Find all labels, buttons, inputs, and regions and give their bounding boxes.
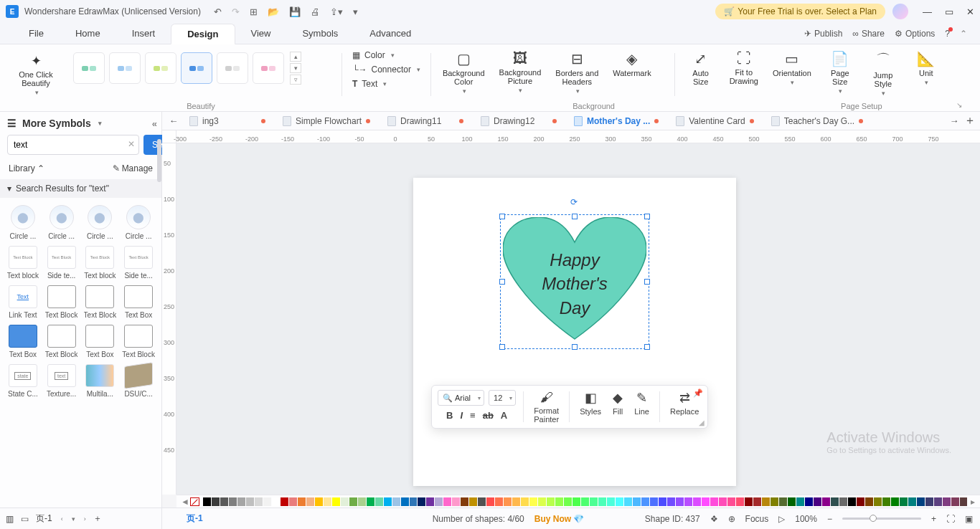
options-button[interactable]: ⚙Options bbox=[895, 29, 935, 39]
resize-handle-b[interactable] bbox=[572, 344, 578, 350]
fullscreen-icon[interactable]: ▣ bbox=[965, 514, 973, 524]
color-swatch[interactable] bbox=[900, 497, 908, 506]
save-icon[interactable]: 💾 bbox=[289, 6, 301, 17]
fit-drawing-button[interactable]: ⛶Fit to Drawing bbox=[722, 49, 765, 87]
font-select[interactable]: 🔍Arial▾ bbox=[438, 390, 484, 406]
color-swatch[interactable] bbox=[857, 497, 864, 506]
symbol-item[interactable]: Text BlockText block bbox=[82, 244, 119, 281]
add-tab-icon[interactable]: ＋ bbox=[964, 113, 976, 128]
symbol-item[interactable]: Text BlockText block bbox=[4, 244, 42, 281]
resize-handle-br[interactable] bbox=[644, 344, 650, 350]
color-swatch[interactable] bbox=[874, 497, 882, 506]
color-swatch[interactable] bbox=[848, 497, 856, 506]
library-toggle[interactable]: Library ⌃ bbox=[9, 163, 44, 173]
color-swatch[interactable] bbox=[426, 497, 434, 506]
color-swatch[interactable] bbox=[796, 497, 804, 506]
color-swatch[interactable] bbox=[908, 497, 916, 506]
symbol-item[interactable]: Text Box bbox=[120, 284, 157, 320]
color-swatch[interactable] bbox=[220, 497, 228, 506]
focus-label[interactable]: Focus bbox=[745, 514, 769, 524]
tabs-next-icon[interactable]: → bbox=[947, 115, 961, 126]
color-swatch[interactable] bbox=[616, 497, 623, 506]
background-picture-button[interactable]: 🖼Background Picture▾ bbox=[492, 49, 549, 95]
document-tab[interactable]: Drawing12 bbox=[472, 112, 565, 130]
symbol-item[interactable]: Text Block bbox=[82, 284, 119, 320]
notifications-button[interactable]: ? bbox=[945, 29, 950, 39]
orientation-button[interactable]: ▭Orientation▾ bbox=[765, 49, 819, 87]
color-swatch[interactable] bbox=[702, 497, 710, 506]
color-swatch[interactable] bbox=[573, 497, 580, 506]
pin-toolbar-icon[interactable]: 📌 bbox=[693, 389, 703, 398]
theme-preset-1[interactable] bbox=[73, 52, 105, 84]
buy-now-link[interactable]: Buy Now 💎 bbox=[534, 514, 585, 524]
clear-search-icon[interactable]: ✕ bbox=[128, 139, 135, 149]
color-swatch[interactable] bbox=[753, 497, 761, 506]
manage-button[interactable]: ✎Manage bbox=[113, 163, 153, 173]
color-swatch[interactable] bbox=[512, 497, 520, 506]
connector-dropdown[interactable]: └→Connector▾ bbox=[352, 65, 420, 75]
menu-file[interactable]: File bbox=[13, 24, 60, 43]
unit-button[interactable]: 📐Unit▾ bbox=[905, 49, 948, 87]
line-button[interactable]: ✎Line bbox=[631, 390, 652, 416]
user-avatar[interactable] bbox=[892, 4, 908, 19]
one-click-beautify-button[interactable]: ✦ One Click Beautify ▾ bbox=[13, 49, 59, 100]
color-swatch[interactable] bbox=[410, 497, 418, 506]
symbol-item[interactable]: stateState C... bbox=[4, 363, 42, 399]
color-swatch[interactable] bbox=[960, 497, 968, 506]
color-swatch[interactable] bbox=[882, 497, 890, 506]
color-swatch[interactable] bbox=[684, 497, 692, 506]
new-icon[interactable]: ⊞ bbox=[250, 6, 258, 17]
fit-page-icon[interactable]: ⛶ bbox=[946, 514, 955, 524]
color-swatch[interactable] bbox=[435, 497, 443, 506]
color-swatch[interactable] bbox=[255, 497, 263, 506]
resize-handle-tr[interactable] bbox=[644, 214, 650, 219]
color-swatch[interactable] bbox=[564, 497, 572, 506]
color-swatch[interactable] bbox=[607, 497, 615, 506]
color-swatch[interactable] bbox=[736, 497, 744, 506]
heart-shape-selection[interactable]: ⟳ Happy Mother's Day bbox=[503, 217, 646, 346]
symbol-item[interactable]: Text Box bbox=[82, 323, 119, 360]
document-tab[interactable]: Simple Flowchart bbox=[274, 112, 379, 130]
font-size-select[interactable]: 12▾ bbox=[489, 390, 516, 406]
color-swatch[interactable] bbox=[237, 497, 245, 506]
palette-next-icon[interactable]: ▸ bbox=[971, 497, 975, 507]
color-swatch[interactable] bbox=[788, 497, 796, 506]
auto-size-button[interactable]: ⤢Auto Size bbox=[679, 49, 722, 87]
symbol-item[interactable]: Text Block bbox=[43, 323, 80, 360]
color-swatch[interactable] bbox=[771, 497, 778, 506]
color-swatch[interactable] bbox=[486, 497, 494, 506]
resize-toolbar-icon[interactable]: ◢ bbox=[699, 419, 705, 426]
italic-button[interactable]: I bbox=[460, 410, 463, 421]
trial-banner[interactable]: 🛒 Your Free Trial is over. Select a Plan bbox=[715, 4, 885, 19]
color-swatch[interactable] bbox=[212, 497, 220, 506]
document-tab[interactable]: Drawing11 bbox=[379, 112, 472, 130]
bold-button[interactable]: B bbox=[446, 410, 453, 421]
page-size-button[interactable]: 📄Page Size▾ bbox=[819, 49, 862, 96]
page-next-icon[interactable]: › bbox=[84, 515, 86, 523]
theme-preset-3[interactable] bbox=[145, 52, 176, 84]
resize-handle-bl[interactable] bbox=[499, 344, 505, 350]
symbol-item[interactable]: Text Box bbox=[4, 323, 42, 360]
rotate-handle-icon[interactable]: ⟳ bbox=[570, 197, 578, 207]
color-swatch[interactable] bbox=[289, 497, 297, 506]
menu-design[interactable]: Design bbox=[171, 24, 235, 44]
no-fill-swatch[interactable] bbox=[190, 497, 199, 506]
theme-more-icon[interactable]: ▿ bbox=[290, 75, 301, 85]
page-prev-icon[interactable]: ‹ bbox=[61, 515, 63, 523]
color-swatch[interactable] bbox=[298, 497, 306, 506]
target-icon[interactable]: ⊕ bbox=[728, 514, 735, 524]
theme-preset-5[interactable] bbox=[217, 52, 248, 84]
page-name[interactable]: 页-1 bbox=[36, 513, 52, 525]
symbol-item[interactable]: TextLink Text bbox=[4, 284, 42, 320]
color-swatch[interactable] bbox=[598, 497, 606, 506]
open-icon[interactable]: 📂 bbox=[268, 6, 279, 17]
menu-advanced[interactable]: Advanced bbox=[354, 24, 427, 43]
color-swatch[interactable] bbox=[272, 497, 280, 506]
page-thumb-icon[interactable]: ▭ bbox=[21, 514, 29, 524]
color-swatch[interactable] bbox=[641, 497, 649, 506]
minimize-icon[interactable]: ― bbox=[923, 6, 932, 17]
print-icon[interactable]: 🖨 bbox=[311, 6, 320, 17]
collapse-ribbon-icon[interactable]: ⌃ bbox=[960, 29, 967, 39]
theme-down-icon[interactable]: ▾ bbox=[290, 63, 301, 73]
theme-preset-4[interactable] bbox=[181, 52, 212, 84]
